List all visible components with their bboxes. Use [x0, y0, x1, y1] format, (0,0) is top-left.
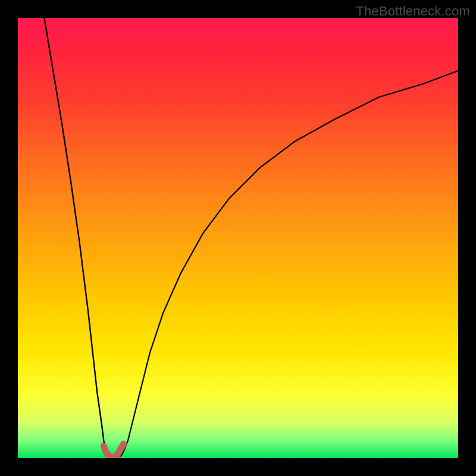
watermark-text: TheBottleneck.com — [356, 4, 470, 19]
plot-area — [18, 18, 458, 458]
curve-right-branch — [119, 71, 458, 457]
chart-frame: TheBottleneck.com — [0, 0, 476, 476]
bottleneck-curve — [18, 18, 458, 458]
valley-marker — [104, 444, 123, 457]
curve-left-branch — [44, 18, 110, 457]
